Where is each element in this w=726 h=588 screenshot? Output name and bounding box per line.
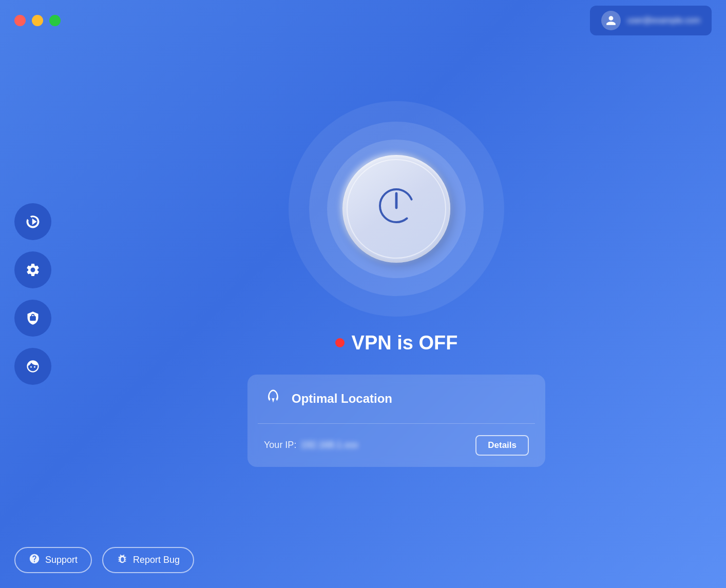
user-avatar-icon xyxy=(601,11,621,30)
close-button[interactable] xyxy=(14,15,26,26)
power-area xyxy=(289,101,504,317)
location-bottom: Your IP: 192.168.1.xxx Details xyxy=(247,424,545,467)
sidebar xyxy=(14,203,51,385)
bottom-bar: Support Report Bug xyxy=(0,532,726,588)
ip-value-text: 192.168.1.xxx xyxy=(300,440,358,450)
ring-outer xyxy=(289,101,504,317)
vpn-status: VPN is OFF xyxy=(335,332,458,354)
ip-info: Your IP: 192.168.1.xxx xyxy=(264,440,358,450)
support-label: Support xyxy=(45,555,78,565)
power-button[interactable] xyxy=(342,155,450,263)
location-selector[interactable]: Optimal Location xyxy=(247,375,545,423)
svg-point-0 xyxy=(380,189,413,222)
vpn-status-text: VPN is OFF xyxy=(352,332,458,354)
titlebar: user@example.com xyxy=(0,0,726,41)
user-account-button[interactable]: user@example.com xyxy=(590,6,712,35)
main-content: VPN is OFF Optimal Location Your IP: 192… xyxy=(67,41,726,526)
power-icon xyxy=(376,185,417,232)
location-card: Optimal Location Your IP: 192.168.1.xxx … xyxy=(247,375,545,467)
sidebar-item-settings[interactable] xyxy=(14,251,51,288)
sidebar-item-blocker[interactable] xyxy=(14,348,51,385)
status-dot xyxy=(335,338,345,347)
ring-mid xyxy=(309,122,484,296)
report-bug-icon xyxy=(117,553,128,567)
report-bug-label: Report Bug xyxy=(133,555,180,565)
sidebar-item-security[interactable] xyxy=(14,300,51,337)
window-controls xyxy=(14,15,61,26)
support-icon xyxy=(29,553,40,567)
report-bug-button[interactable]: Report Bug xyxy=(102,547,194,573)
details-button[interactable]: Details xyxy=(475,435,529,456)
sidebar-item-quick-connect[interactable] xyxy=(14,203,51,240)
minimize-button[interactable] xyxy=(32,15,43,26)
ring-inner xyxy=(327,140,466,278)
location-name-text: Optimal Location xyxy=(292,391,392,406)
user-email-text: user@example.com xyxy=(627,16,700,25)
your-ip-label: Your IP: xyxy=(264,440,296,450)
optimal-location-icon xyxy=(264,388,282,410)
support-button[interactable]: Support xyxy=(14,547,92,573)
maximize-button[interactable] xyxy=(49,15,61,26)
